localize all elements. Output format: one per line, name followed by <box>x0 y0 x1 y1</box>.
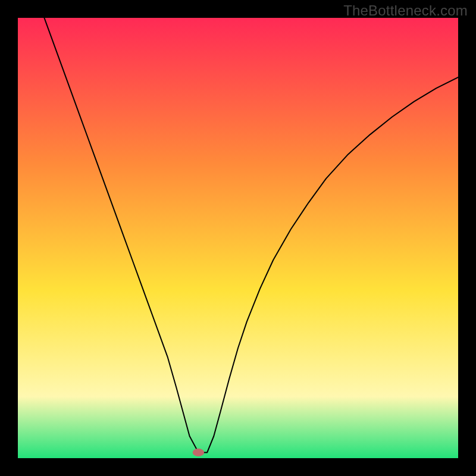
plot-svg <box>18 18 458 458</box>
watermark-text: TheBottleneck.com <box>343 2 468 19</box>
optimal-marker <box>193 449 204 456</box>
chart-frame: TheBottleneck.com <box>0 0 476 476</box>
gradient-background <box>18 18 458 458</box>
plot-area <box>18 18 458 458</box>
